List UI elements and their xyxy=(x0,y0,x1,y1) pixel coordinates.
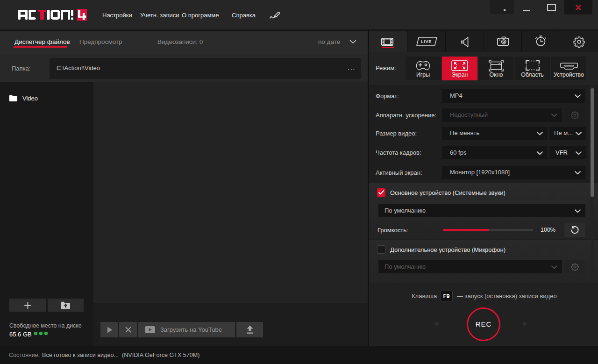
svg-text:LIVE: LIVE xyxy=(421,39,432,44)
